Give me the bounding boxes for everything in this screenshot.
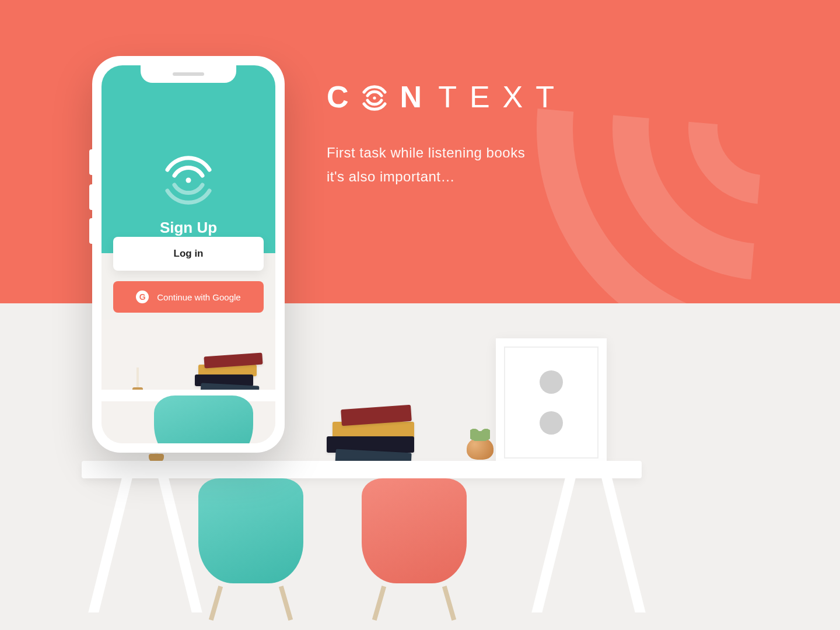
desk-leg (531, 478, 575, 612)
continue-with-google-button[interactable]: G Continue with Google (113, 281, 264, 313)
phone-notch (141, 65, 236, 83)
tagline-line2: it's also important… (327, 165, 567, 189)
book-stack (327, 407, 414, 466)
decorative-arcs-icon (537, 0, 840, 303)
picture-frame (496, 338, 607, 467)
login-button[interactable]: Log in (113, 237, 264, 271)
chair-coral (356, 478, 473, 612)
signup-title: Sign Up (160, 219, 217, 237)
brand-word-text: TEXT (438, 82, 567, 112)
svg-point-1 (186, 178, 191, 183)
signal-o-icon (360, 82, 388, 112)
signup-header: Sign Up Log in (102, 65, 275, 253)
phone-screen: Sign Up Log in G Continue with Google (102, 65, 275, 443)
plant-vase (467, 438, 494, 460)
desk (82, 461, 642, 478)
brand-letter-c: C (327, 82, 362, 112)
brand-logo: C N TEXT (327, 82, 567, 112)
phone-background-image (102, 320, 275, 443)
svg-point-0 (373, 96, 376, 99)
landing-canvas: C N TEXT First task w (0, 0, 840, 630)
app-signal-icon (159, 150, 218, 208)
brand-block: C N TEXT First task w (327, 82, 567, 189)
desk-leg (601, 478, 645, 612)
phone-mockup: Sign Up Log in G Continue with Google (92, 56, 285, 453)
tagline-line1: First task while listening books (327, 141, 567, 165)
desk-leg (88, 478, 132, 612)
brand-letter-n: N (400, 82, 435, 112)
tagline: First task while listening books it's al… (327, 141, 567, 189)
google-g-icon: G (136, 290, 149, 303)
login-label: Log in (174, 248, 204, 260)
google-button-label: Continue with Google (157, 292, 240, 302)
chair-teal (192, 478, 309, 612)
